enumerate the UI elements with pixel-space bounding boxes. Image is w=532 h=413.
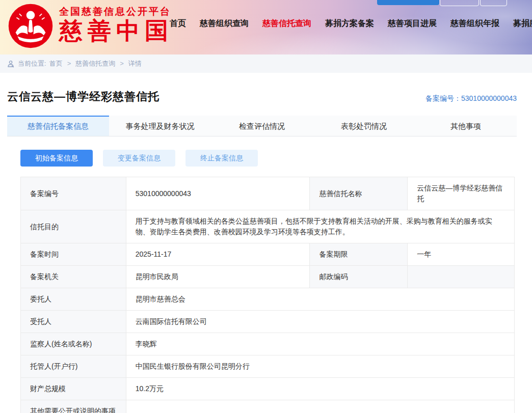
table-row: 备案机关昆明市民政局邮政编码 [21, 266, 515, 288]
field-label-cell: 备案机关 [21, 266, 126, 288]
nav-item-2[interactable]: 慈善信托查询 [262, 18, 311, 29]
nav-item-5[interactable]: 慈善组织年报 [450, 18, 499, 29]
field-value-cell [408, 266, 515, 288]
field-label-cell: 托管人(开户行) [21, 355, 126, 378]
table-row: 备案时间2025-11-17备案期限一年 [21, 243, 515, 266]
field-value-cell: 中国民生银行股份有限公司昆明分行 [126, 355, 514, 378]
field-value-cell: 53010000000043 [126, 177, 310, 210]
record-type-buttons: 初始备案信息变更备案信息终止备案信息 [20, 150, 532, 167]
topbar-button-blue[interactable] [377, 0, 439, 5]
nav-item-4[interactable]: 慈善项目进展 [388, 18, 437, 29]
breadcrumb: 当前位置: 首页>慈善信托查询>详情 [0, 54, 532, 73]
location-pin-icon [7, 60, 14, 68]
field-label-cell: 其他需要公开或说明的事项 [21, 400, 126, 413]
nav-item-1[interactable]: 慈善组织查询 [200, 18, 249, 29]
breadcrumb-item-2: 详情 [128, 60, 142, 67]
site-header: 全国慈善信息公开平台 慈善中国 首页慈善组织查询慈善信托查询募捐方案备案慈善项目… [0, 0, 532, 54]
field-label-cell: 邮政编码 [310, 266, 408, 288]
field-value-cell: 用于支持与教育领域相关的各类公益慈善项目，包括不限于支持教育相关活动的开展、采购… [126, 210, 514, 243]
record-number-label: 备案编号： [425, 94, 461, 102]
table-row: 托管人(开户行)中国民生银行股份有限公司昆明分行 [21, 355, 515, 378]
field-value-cell: 2025-11-17 [126, 243, 310, 266]
field-value-cell: 一年 [408, 243, 515, 266]
site-name: 慈善中国 [59, 18, 173, 43]
table-row: 财产总规模10.2万元 [21, 378, 515, 400]
table-row: 备案编号53010000000043慈善信托名称云信云慈—博学经彩慈善信托 [21, 177, 515, 210]
tab-0[interactable]: 慈善信托备案信息 [7, 116, 109, 136]
table-row: 监察人(姓名或名称)李晓辉 [21, 333, 515, 355]
field-label-cell: 财产总规模 [21, 378, 126, 400]
field-label-cell: 受托人 [21, 311, 126, 333]
nav-item-0[interactable]: 首页 [170, 18, 186, 29]
field-value-cell [126, 400, 514, 413]
detail-tabs: 慈善信托备案信息事务处理及财务状况检查评估情况表彰处罚情况其他事项 [7, 116, 517, 136]
page-title: 云信云慈—博学经彩慈善信托 [7, 89, 159, 104]
platform-name: 全国慈善信息公开平台 [59, 7, 173, 17]
field-value-cell: 云信云慈—博学经彩慈善信托 [408, 177, 515, 210]
field-value-cell: 云南国际信托有限公司 [126, 311, 514, 333]
tab-2[interactable]: 检查评估情况 [211, 116, 313, 136]
field-label-cell: 信托目的 [21, 210, 126, 243]
field-label-cell: 备案编号 [21, 177, 126, 210]
breadcrumb-separator: > [67, 60, 71, 67]
filter-button-2[interactable]: 终止备案信息 [185, 150, 258, 167]
tab-1[interactable]: 事务处理及财务状况 [109, 116, 211, 136]
filter-button-1[interactable]: 变更备案信息 [103, 150, 175, 167]
field-value-cell: 昆明市慈善总会 [126, 288, 514, 311]
breadcrumb-item-1[interactable]: 慈善信托查询 [75, 60, 115, 67]
table-row: 其他需要公开或说明的事项 [21, 400, 515, 413]
topbar-button-outline-1[interactable] [440, 0, 479, 6]
field-label-cell: 慈善信托名称 [310, 177, 408, 210]
field-value-cell: 昆明市民政局 [126, 266, 310, 288]
breadcrumb-items: 首页>慈善信托查询>详情 [49, 59, 142, 68]
topbar-button-outline-2[interactable] [480, 0, 507, 6]
trust-detail-table: 备案编号53010000000043慈善信托名称云信云慈—博学经彩慈善信托信托目… [20, 177, 515, 413]
field-label-cell: 监察人(姓名或名称) [21, 333, 126, 355]
table-row: 信托目的用于支持与教育领域相关的各类公益慈善项目，包括不限于支持教育相关活动的开… [21, 210, 515, 243]
breadcrumb-separator: > [120, 60, 124, 67]
site-logo[interactable]: 全国慈善信息公开平台 慈善中国 [7, 3, 173, 49]
field-value-cell: 10.2万元 [126, 378, 514, 400]
tab-4[interactable]: 其他事项 [415, 116, 517, 136]
breadcrumb-prefix: 当前位置: [18, 59, 46, 68]
breadcrumb-item-0[interactable]: 首页 [49, 60, 63, 67]
table-row: 委托人昆明市慈善总会 [21, 288, 515, 311]
field-label-cell: 备案时间 [21, 243, 126, 266]
nav-item-3[interactable]: 募捐方案备案 [325, 18, 374, 29]
field-label-cell: 委托人 [21, 288, 126, 311]
record-number-value: 53010000000043 [461, 94, 517, 102]
main-nav: 首页慈善组织查询慈善信托查询募捐方案备案慈善项目进展慈善组织年报募捐服务平台 [170, 18, 532, 29]
charity-china-logo-icon [7, 3, 54, 49]
field-value-cell: 李晓辉 [126, 333, 514, 355]
nav-item-6[interactable]: 募捐服务平台 [513, 18, 532, 29]
table-row: 受托人云南国际信托有限公司 [21, 311, 515, 333]
tab-3[interactable]: 表彰处罚情况 [313, 116, 415, 136]
field-label-cell: 备案期限 [310, 243, 408, 266]
filter-button-0[interactable]: 初始备案信息 [20, 150, 93, 167]
record-number: 备案编号：53010000000043 [425, 94, 517, 104]
